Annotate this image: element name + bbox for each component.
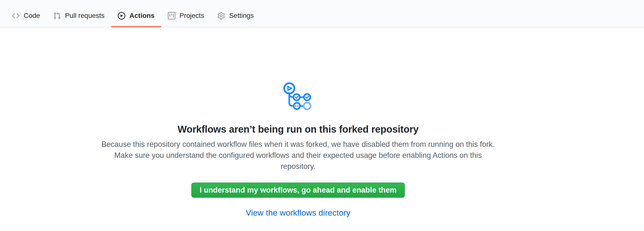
workflow-graph-icon — [283, 82, 313, 112]
tab-actions[interactable]: Actions — [111, 5, 161, 27]
tab-settings-label: Settings — [229, 12, 254, 19]
git-pull-request-icon — [53, 12, 61, 20]
enable-button-row: I understand my workflows, go ahead and … — [95, 172, 501, 198]
tab-projects[interactable]: Projects — [161, 5, 211, 27]
repo-tab-nav: Code Pull requests Actions Projects Sett… — [0, 0, 644, 28]
tab-settings[interactable]: Settings — [211, 5, 260, 27]
page-title: Workflows aren’t being run on this forke… — [95, 124, 501, 135]
project-board-icon — [168, 12, 176, 20]
blankslate-container: Workflows aren’t being run on this forke… — [95, 28, 501, 217]
gear-icon — [218, 12, 225, 20]
tab-projects-label: Projects — [180, 12, 204, 19]
play-circle-icon — [118, 12, 125, 20]
tab-pull-requests[interactable]: Pull requests — [47, 5, 111, 27]
view-workflows-directory-link[interactable]: View the workflows directory — [246, 208, 350, 217]
tab-actions-label: Actions — [130, 12, 155, 19]
empty-state-description: Because this repository contained workfl… — [102, 139, 495, 172]
code-icon — [12, 12, 20, 20]
tab-pull-requests-label: Pull requests — [65, 12, 104, 19]
enable-workflows-button[interactable]: I understand my workflows, go ahead and … — [191, 182, 405, 198]
tab-code-label: Code — [24, 12, 40, 19]
tab-code[interactable]: Code — [5, 5, 47, 27]
workflows-link-row: View the workflows directory — [95, 208, 501, 217]
actions-empty-state: Workflows aren’t being run on this forke… — [0, 28, 644, 231]
